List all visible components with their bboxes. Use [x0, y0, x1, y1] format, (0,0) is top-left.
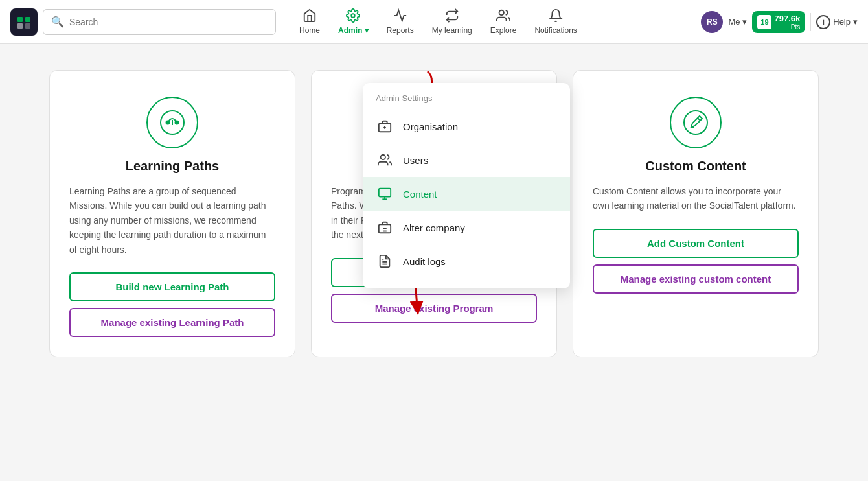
nav-notifications-label: Notifications — [534, 26, 577, 35]
svg-point-19 — [166, 121, 170, 124]
admin-dropdown: Admin Settings Organisation Users Conten… — [363, 83, 570, 288]
help-label: Help — [833, 17, 851, 27]
dropdown-title: Admin Settings — [363, 93, 570, 110]
dropdown-organisation-label: Organisation — [403, 121, 458, 132]
nav-reports-label: Reports — [387, 26, 414, 35]
nav-my-learning[interactable]: My learning — [424, 6, 480, 38]
dropdown-item-alter-company[interactable]: Alter company — [363, 211, 570, 244]
help-button[interactable]: i Help ▾ — [816, 15, 858, 29]
dropdown-content-label: Content — [403, 189, 437, 200]
dropdown-item-users[interactable]: Users — [363, 143, 570, 177]
learning-paths-title: Learning Paths — [126, 159, 219, 174]
me-label: Me — [728, 17, 740, 27]
nav-my-learning-label: My learning — [432, 26, 472, 35]
avatar[interactable]: RS — [701, 11, 723, 33]
audit-logs-icon — [376, 252, 394, 270]
dropdown-item-audit-logs[interactable]: Audit logs — [363, 244, 570, 278]
nav-home[interactable]: Home — [291, 6, 328, 38]
nav-explore[interactable]: Explore — [483, 6, 525, 38]
svg-rect-0 — [15, 13, 33, 31]
admin-icon — [346, 8, 360, 25]
manage-learning-path-button[interactable]: Manage existing Learning Path — [69, 308, 275, 337]
learning-paths-desc: Learning Paths are a group of sequenced … — [69, 184, 275, 257]
my-learning-icon — [445, 8, 459, 25]
nav-explore-label: Explore — [490, 26, 517, 35]
notifications-icon — [549, 8, 563, 25]
manage-custom-content-button[interactable]: Manage existing custom content — [593, 264, 799, 294]
search-icon: 🔍 — [51, 16, 64, 28]
dropdown-audit-logs-label: Audit logs — [403, 256, 446, 267]
svg-point-10 — [381, 155, 385, 159]
dropdown-item-content[interactable]: Content — [363, 177, 570, 211]
home-icon — [303, 8, 317, 25]
organisation-icon — [376, 117, 394, 135]
me-chevron-icon: ▾ — [742, 17, 747, 27]
svg-line-28 — [698, 118, 700, 121]
me-button[interactable]: Me ▾ — [728, 17, 747, 27]
svg-rect-11 — [379, 189, 391, 197]
header-right: RS Me ▾ 19 797.6k Pts i Help ▾ — [701, 11, 858, 33]
dropdown-alter-company-label: Alter company — [403, 222, 465, 233]
help-icon: i — [816, 15, 830, 29]
divider — [810, 13, 811, 31]
main-nav: Home Admin ▾ Reports My learning Explore — [291, 6, 696, 38]
nav-admin-label: Admin ▾ — [338, 26, 369, 35]
main-header: 🔍 Home Admin ▾ Reports My learning — [0, 0, 868, 44]
svg-rect-2 — [25, 17, 30, 22]
custom-content-icon — [670, 97, 722, 148]
add-custom-content-button[interactable]: Add Custom Content — [593, 229, 799, 258]
reports-icon — [393, 8, 407, 25]
custom-content-title: Custom Content — [645, 159, 746, 174]
points-badge: 19 797.6k Pts — [752, 11, 805, 33]
svg-rect-1 — [17, 17, 23, 22]
badge-number: 19 — [757, 15, 771, 29]
svg-rect-4 — [25, 23, 30, 29]
content-icon — [376, 185, 394, 203]
users-icon — [376, 151, 394, 169]
learning-paths-icon — [146, 97, 198, 148]
explore-icon — [496, 8, 510, 25]
svg-rect-3 — [17, 23, 23, 29]
svg-point-27 — [684, 111, 707, 134]
help-chevron-icon: ▾ — [853, 17, 858, 27]
learning-paths-actions: Build new Learning Path Manage existing … — [69, 272, 275, 337]
svg-point-5 — [352, 14, 356, 18]
manage-program-button[interactable]: Manage existing Program — [331, 294, 537, 323]
learning-paths-card: Learning Paths Learning Paths are a grou… — [49, 70, 295, 357]
custom-content-card: Custom Content Custom Content allows you… — [573, 70, 819, 357]
nav-home-label: Home — [299, 26, 320, 35]
custom-content-actions: Add Custom Content Manage existing custo… — [593, 229, 799, 294]
dropdown-item-organisation[interactable]: Organisation — [363, 110, 570, 143]
dropdown-users-label: Users — [403, 155, 428, 166]
search-bar[interactable]: 🔍 — [43, 9, 276, 35]
build-learning-path-button[interactable]: Build new Learning Path — [69, 272, 275, 301]
logo[interactable] — [10, 8, 38, 36]
custom-content-desc: Custom Content allows you to incorporate… — [593, 184, 799, 213]
svg-point-20 — [176, 121, 179, 124]
points-value: 797.6k — [774, 14, 800, 23]
svg-point-6 — [499, 10, 504, 15]
pts-label: Pts — [791, 23, 800, 30]
alter-company-icon — [376, 218, 394, 237]
search-input[interactable] — [69, 17, 268, 27]
nav-admin[interactable]: Admin ▾ — [330, 6, 376, 38]
nav-notifications[interactable]: Notifications — [527, 6, 584, 38]
nav-reports[interactable]: Reports — [379, 6, 422, 38]
